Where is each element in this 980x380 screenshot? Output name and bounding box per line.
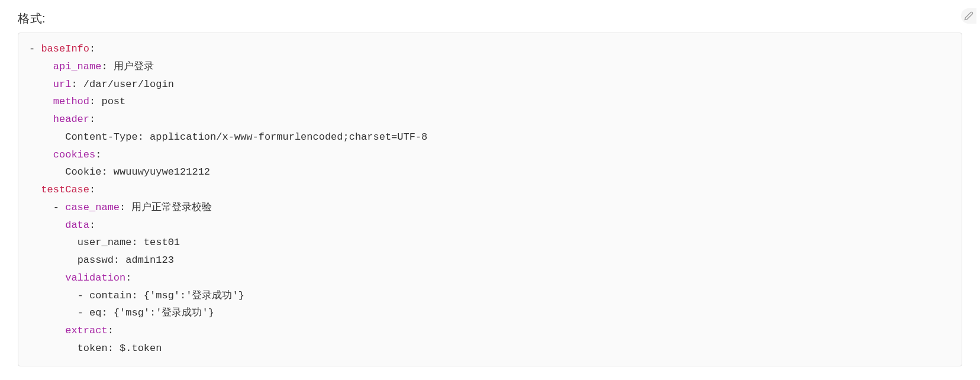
colon: : bbox=[114, 255, 120, 266]
val-contain: {'msg':'登录成功'} bbox=[144, 290, 244, 301]
val-case-name: 用户正常登录校验 bbox=[131, 202, 212, 213]
val-api-name: 用户登录 bbox=[114, 61, 154, 72]
key-passwd: passwd bbox=[78, 255, 114, 266]
key-validation: validation bbox=[65, 272, 125, 284]
key-header: header bbox=[53, 114, 89, 125]
key-method: method bbox=[53, 96, 89, 107]
val-passwd: admin123 bbox=[125, 255, 174, 266]
colon: : bbox=[89, 96, 95, 107]
key-contain: contain bbox=[89, 290, 131, 301]
dash: - bbox=[53, 202, 59, 213]
key-user-name: user_name bbox=[78, 237, 132, 248]
key-url: url bbox=[53, 79, 72, 90]
colon: : bbox=[101, 166, 107, 178]
key-testcase: testCase bbox=[41, 184, 89, 195]
yaml-code-block: - baseInfo: api_name: 用户登录 url: /dar/use… bbox=[18, 33, 962, 366]
colon: : bbox=[89, 184, 95, 195]
key-cookies: cookies bbox=[53, 149, 95, 160]
key-api-name: api_name bbox=[53, 61, 102, 72]
val-method: post bbox=[101, 96, 125, 107]
val-user-name: test01 bbox=[144, 237, 180, 248]
val-token: $.token bbox=[120, 343, 162, 354]
colon: : bbox=[108, 325, 114, 336]
key-eq: eq bbox=[89, 307, 101, 318]
key-case-name: case_name bbox=[65, 202, 120, 213]
key-cookie: Cookie bbox=[65, 166, 101, 178]
key-baseinfo: baseInfo bbox=[41, 43, 89, 54]
colon: : bbox=[131, 290, 137, 301]
colon: : bbox=[89, 114, 95, 125]
colon: : bbox=[125, 272, 131, 284]
dash: - bbox=[29, 43, 35, 54]
dash: - bbox=[78, 290, 83, 301]
colon: : bbox=[138, 131, 144, 143]
colon: : bbox=[95, 149, 101, 160]
colon: : bbox=[131, 237, 137, 248]
key-content-type: Content-Type bbox=[65, 131, 137, 143]
val-eq: {'msg':'登录成功'} bbox=[114, 307, 214, 318]
colon: : bbox=[101, 307, 107, 318]
key-data: data bbox=[65, 220, 89, 231]
edit-icon[interactable] bbox=[961, 8, 976, 24]
section-title: 格式: bbox=[18, 11, 962, 27]
val-content-type: application/x-www-formurlencoded;charset… bbox=[150, 131, 427, 143]
dash: - bbox=[78, 307, 83, 318]
colon: : bbox=[120, 202, 125, 213]
colon: : bbox=[89, 220, 95, 231]
val-url: /dar/user/login bbox=[83, 79, 174, 90]
colon: : bbox=[71, 79, 77, 90]
key-token: token bbox=[78, 343, 108, 354]
colon: : bbox=[89, 43, 95, 54]
key-extract: extract bbox=[65, 325, 107, 336]
colon: : bbox=[108, 343, 114, 354]
colon: : bbox=[101, 61, 107, 72]
val-cookie: wwuuwyuywe121212 bbox=[114, 166, 210, 178]
